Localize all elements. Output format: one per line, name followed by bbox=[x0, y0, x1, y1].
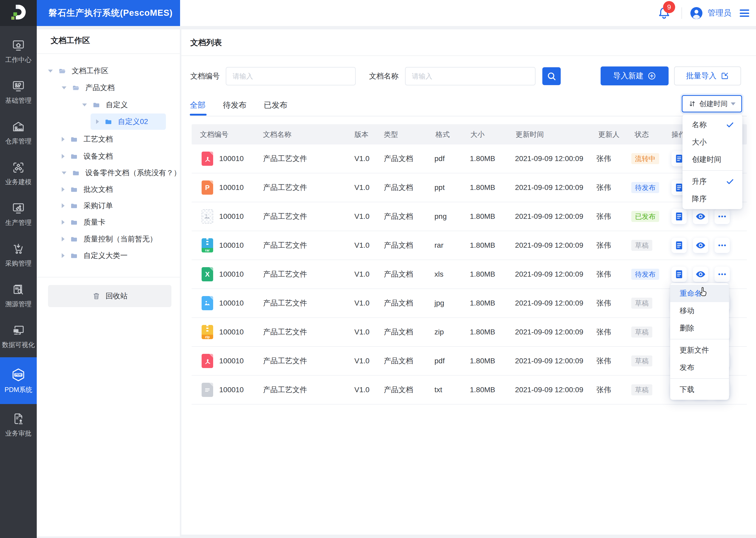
context-menu-item-3-label: 删除 bbox=[680, 323, 694, 333]
doc-name-input[interactable] bbox=[405, 67, 536, 85]
tab-published[interactable]: 已发布 bbox=[264, 100, 287, 111]
sort-dropdown-button[interactable]: 创建时间 bbox=[682, 95, 742, 112]
folder-icon bbox=[72, 169, 80, 177]
cell-updater: 张伟 bbox=[596, 327, 611, 337]
page-title-divider bbox=[181, 55, 756, 56]
tree-node-10[interactable]: 质量卡 bbox=[37, 214, 180, 231]
cell-format: jpg bbox=[435, 299, 444, 307]
pdf-file-icon bbox=[202, 354, 213, 368]
tree-node-6[interactable]: 设备文档 bbox=[37, 148, 180, 165]
avatar[interactable] bbox=[690, 7, 703, 20]
tree-divider bbox=[37, 277, 180, 277]
folder-icon bbox=[92, 101, 101, 108]
more-actions-button[interactable] bbox=[715, 267, 730, 282]
cell-size: 1.80MB bbox=[470, 241, 495, 249]
sort-option-3[interactable]: 创建时间 bbox=[683, 151, 742, 168]
context-menu-item-4[interactable]: 更新文件 bbox=[670, 342, 729, 359]
sidebar-item-warehouse[interactable]: 仓库管理 bbox=[0, 113, 37, 152]
doc-detail-button[interactable] bbox=[672, 238, 687, 253]
work-center-icon bbox=[12, 39, 25, 52]
sidebar-item-data-visualization[interactable]: 数据可视化 bbox=[0, 317, 37, 356]
cell-format: txt bbox=[435, 386, 442, 394]
cell-updated: 2021-09-09 12:00:09 bbox=[515, 328, 583, 336]
app-root: 工作中心基础管理仓库管理业务建模生产管理采购管理溯源管理数据可视化PDMPDM系… bbox=[0, 0, 756, 538]
cell-format: ppt bbox=[435, 183, 445, 192]
order-option-1[interactable]: 升序 bbox=[683, 173, 742, 190]
cell-format: rar bbox=[435, 241, 443, 249]
tree-node-8[interactable]: 批次文档 bbox=[37, 181, 180, 198]
app-logo bbox=[0, 0, 37, 26]
tree-node-11[interactable]: 质量控制（当前暂无） bbox=[37, 231, 180, 247]
status-badge: 草稿 bbox=[631, 327, 652, 338]
order-option-2[interactable]: 降序 bbox=[683, 190, 742, 207]
tree-node-5[interactable]: 工艺文档 bbox=[37, 131, 180, 148]
preview-button[interactable] bbox=[693, 238, 708, 253]
doc-no-label: 文档编号 bbox=[190, 67, 220, 85]
cell-doc-name: 产品工艺文件 bbox=[263, 385, 307, 395]
doc-detail-button[interactable] bbox=[672, 267, 687, 282]
doc-no-input[interactable] bbox=[226, 67, 356, 85]
tree-node-9[interactable]: 采购订单 bbox=[37, 197, 180, 214]
tab-all[interactable]: 全部 bbox=[190, 100, 206, 111]
preview-button[interactable] bbox=[693, 209, 708, 224]
tree-node-4[interactable]: 自定义02 bbox=[37, 113, 180, 130]
sidebar-item-pdm[interactable]: PDMPDM系统 bbox=[0, 357, 37, 404]
tree-node-label: 设备文档 bbox=[83, 151, 113, 161]
cell-size: 1.80MB bbox=[470, 154, 495, 163]
cell-type: 产品文档 bbox=[384, 356, 413, 366]
cell-updater: 张伟 bbox=[596, 356, 611, 366]
column-header: 版本 bbox=[354, 130, 368, 139]
sidebar-item-purchasing[interactable]: 采购管理 bbox=[0, 235, 37, 275]
batch-import-button[interactable]: 批量导入 bbox=[674, 67, 741, 85]
tree-node-label: 设备零件文档（系统没有？） bbox=[85, 168, 181, 178]
topbar-divider bbox=[682, 7, 682, 19]
cell-updater: 张伟 bbox=[596, 154, 611, 164]
caret-right-icon bbox=[62, 253, 65, 258]
search-button[interactable] bbox=[542, 67, 561, 85]
cell-version: V1.0 bbox=[354, 299, 370, 307]
cell-format: xls bbox=[435, 270, 443, 279]
context-menu-item-3[interactable]: 删除 bbox=[670, 319, 729, 337]
context-menu-item-6[interactable]: 下载 bbox=[670, 381, 729, 398]
column-header: 大小 bbox=[470, 130, 485, 139]
doc-detail-button[interactable] bbox=[672, 209, 687, 224]
context-menu-item-2[interactable]: 移动 bbox=[670, 302, 729, 319]
import-new-button[interactable]: 导入新建 bbox=[601, 67, 669, 85]
sidebar-item-approval[interactable]: 业务审批 bbox=[0, 405, 37, 445]
sidebar-item-work-center[interactable]: 工作中心 bbox=[0, 31, 37, 71]
tree-node-12[interactable]: 自定义大类一 bbox=[37, 247, 180, 264]
recycle-bin-button[interactable]: 回收站 bbox=[48, 285, 171, 307]
nav-rail: 工作中心基础管理仓库管理业务建模生产管理采购管理溯源管理数据可视化PDMPDM系… bbox=[0, 0, 37, 538]
tree-node-3[interactable]: 自定义 bbox=[37, 96, 180, 113]
folder-icon bbox=[70, 202, 78, 209]
tree-node-1[interactable]: 文档工作区 bbox=[37, 63, 180, 79]
sidebar-item-business-modeling[interactable]: 业务建模 bbox=[0, 154, 37, 193]
sort-option-1[interactable]: 名称 bbox=[683, 116, 742, 134]
tab-pending-publish[interactable]: 待发布 bbox=[223, 100, 247, 111]
tree-node-2[interactable]: 产品文档 bbox=[37, 79, 180, 96]
current-user-name[interactable]: 管理员 bbox=[708, 0, 731, 26]
menu-icon[interactable] bbox=[740, 10, 749, 17]
cell-type: 产品文档 bbox=[384, 269, 413, 279]
preview-button[interactable] bbox=[693, 267, 708, 282]
sidebar-item-production[interactable]: 生产管理 bbox=[0, 194, 37, 234]
more-actions-icon bbox=[717, 240, 728, 250]
context-menu-item-5[interactable]: 发布 bbox=[670, 359, 729, 376]
tree-node-label: 质量控制（当前暂无） bbox=[83, 234, 157, 244]
tree-node-7[interactable]: 设备零件文档（系统没有？） bbox=[37, 164, 180, 181]
more-actions-icon bbox=[717, 211, 728, 222]
caret-right-icon bbox=[96, 119, 99, 124]
cell-doc-name: 产品工艺文件 bbox=[263, 241, 307, 250]
more-actions-button[interactable] bbox=[715, 209, 730, 224]
user-icon bbox=[690, 7, 703, 20]
sidebar-item-traceability[interactable]: 溯源管理 bbox=[0, 276, 37, 315]
sort-option-2[interactable]: 大小 bbox=[683, 134, 742, 151]
sidebar-item-base-management[interactable]: 基础管理 bbox=[0, 72, 37, 112]
more-actions-button[interactable] bbox=[715, 238, 730, 253]
table-row: P100010产品工艺文件V1.0产品文档ppt1.80MB2021-09-09… bbox=[192, 173, 747, 202]
doc-detail-icon bbox=[674, 269, 684, 280]
order-option-2-label: 降序 bbox=[692, 194, 707, 204]
tree-node-label: 质量卡 bbox=[83, 217, 106, 227]
cell-doc-name: 产品工艺文件 bbox=[263, 269, 307, 279]
folder-icon bbox=[70, 153, 78, 160]
